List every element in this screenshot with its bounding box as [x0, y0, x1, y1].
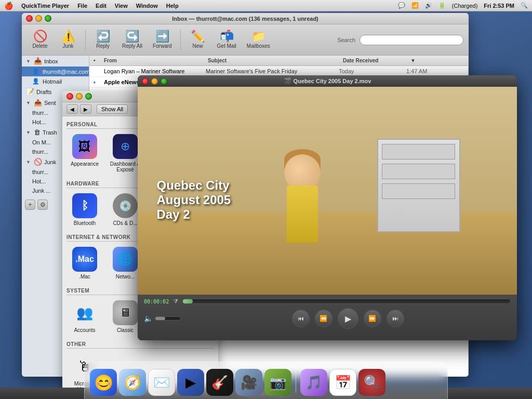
imovie-camera-icon: 🎥 — [241, 375, 257, 391]
quicktime-window: 🎬 Quebec City 2005 Day 2.mov Quebec City — [138, 75, 517, 340]
qt-volume-icon: 🔈 — [144, 314, 153, 323]
qt-fast-forward-button[interactable]: ⏩ — [364, 310, 381, 327]
dock-item-imovie[interactable]: 🎥 — [235, 369, 262, 396]
settings-button[interactable]: ⚙ — [37, 200, 48, 210]
dock-item-spotlight[interactable]: 🔍 — [358, 369, 385, 396]
mail-dock-icon: ✉️ — [148, 369, 175, 396]
dock-item-ical[interactable]: 📅 — [329, 369, 356, 396]
dock-item-iphoto[interactable]: 📷 — [264, 369, 291, 396]
qt-to-end-button[interactable]: ⏭ — [387, 310, 404, 327]
ical-calendar-icon: 📅 — [335, 375, 351, 391]
qt-play-button[interactable]: ▶ — [338, 308, 358, 329]
qt-dock-icon: ▶ — [177, 369, 204, 396]
delete-button[interactable]: 🚫 Delete — [27, 29, 53, 51]
bluetooth-icon-graphic: ᛒ — [72, 193, 97, 218]
sysprefs-bluetooth[interactable]: ᛒ Bluetooth — [66, 191, 103, 228]
mail-minimize-button[interactable] — [35, 15, 42, 22]
col-header-subject[interactable]: Subject — [204, 57, 339, 64]
junk-icon: ⚠️ — [61, 31, 75, 42]
qt-volume-control: 🔈 — [144, 314, 181, 323]
thurrott-icon: 👤 — [32, 68, 39, 75]
junk-button[interactable]: ⚠️ Junk — [55, 29, 81, 51]
qt-rewind-button[interactable]: ⏪ — [315, 310, 332, 327]
menu-spotlight-icon[interactable]: 🔍 — [521, 2, 528, 9]
search-input[interactable] — [360, 35, 463, 45]
col-header-dot[interactable]: • — [89, 57, 100, 64]
mailboxes-button[interactable]: 📁 Mailboxes — [243, 29, 274, 51]
qt-minimize-button[interactable] — [151, 78, 158, 85]
reply-all-button[interactable]: ↪️ Reply All — [118, 29, 147, 51]
menu-view[interactable]: View — [115, 3, 128, 9]
sent-triangle: ▼ — [26, 100, 31, 105]
menu-file[interactable]: File — [77, 3, 87, 9]
sysprefs-maximize-button[interactable] — [85, 93, 92, 100]
qt-volume-track[interactable] — [155, 316, 181, 321]
qt-close-button[interactable] — [142, 78, 149, 85]
drafts-label: Drafts — [36, 89, 51, 95]
new-button[interactable]: ✏️ New — [185, 29, 211, 51]
sysprefs-window-controls — [66, 93, 92, 100]
sidebar-item-hotmail[interactable]: 👤 Hotmail — [22, 76, 89, 86]
sent-thurr-label: thurr... — [32, 110, 48, 116]
mail-list-header: • From Subject Date Received ▼ — [89, 56, 468, 66]
col-header-from[interactable]: From — [100, 57, 204, 64]
mailboxes-icon: 📁 — [251, 31, 265, 42]
appearance-label: Appearance — [71, 161, 99, 167]
dock-item-finder[interactable]: 😊 — [90, 369, 117, 396]
menu-edit[interactable]: Edit — [96, 3, 107, 9]
show-all-button[interactable]: Show All — [97, 104, 128, 114]
dock-item-itunes[interactable]: 🎵 — [300, 369, 327, 396]
menu-window[interactable]: Window — [136, 3, 158, 9]
network-icon-graphic: 🌐 — [113, 247, 138, 272]
reply-button[interactable]: ↩️ Reply — [90, 29, 116, 51]
dock-item-mail[interactable]: ✉️ — [148, 369, 175, 396]
ical-icon: 📅 — [329, 369, 356, 396]
qt-to-start-button[interactable]: ⏮ — [292, 310, 310, 327]
sidebar-item-inbox[interactable]: ▼ 📥 Inbox — [22, 56, 89, 66]
forward-button[interactable]: ➡️ Forward — [149, 29, 176, 51]
safari-icon: 🧭 — [119, 369, 146, 396]
dock-item-safari[interactable]: 🧭 — [119, 369, 146, 396]
sysprefs-minimize-button[interactable] — [76, 93, 83, 100]
delete-icon: 🚫 — [33, 31, 47, 42]
junk-icon: 🚫 — [34, 158, 42, 166]
mail-window-title: Inbox — thurrott@mac.com (136 messages, … — [172, 16, 318, 22]
mail-maximize-button[interactable] — [45, 15, 51, 22]
sysprefs-accounts[interactable]: 👥 Accounts — [66, 298, 103, 335]
dock-item-garageband[interactable]: 🎸 — [206, 369, 233, 396]
search-label: Search — [337, 37, 355, 43]
junk-label: Junk — [44, 159, 56, 165]
apple-menu[interactable]: 🍎 — [4, 2, 13, 10]
inbox-triangle: ▼ — [26, 59, 31, 64]
mail-window-controls — [26, 15, 51, 22]
classic-label: Classic — [117, 327, 134, 333]
qt-playback-controls: ⏮ ⏪ ▶ ⏩ ⏭ — [185, 308, 511, 329]
dock-item-qt[interactable]: ▶ — [177, 369, 204, 396]
get-mail-button[interactable]: 📬 Get Mail — [213, 29, 241, 51]
sysprefs-appearance[interactable]: Appearance — [66, 132, 103, 175]
trash-label: Trash — [43, 129, 57, 136]
get-mail-icon: 📬 — [220, 31, 234, 42]
sysprefs-dotmac[interactable]: .Mac .Mac — [66, 245, 103, 282]
msg1-subject: Mariner Software's Five Pack Friday — [204, 68, 339, 74]
col-header-date[interactable]: Date Received — [339, 57, 406, 64]
appearance-icon — [72, 134, 97, 159]
qt-progress-track[interactable] — [182, 299, 511, 304]
qt-time-display: 00:00:02 — [144, 299, 169, 304]
col-header-sort[interactable]: ▼ — [406, 57, 420, 64]
mail-close-button[interactable] — [26, 15, 33, 22]
add-mailbox-button[interactable]: + — [25, 200, 35, 210]
finder-face-icon: 😊 — [94, 374, 113, 392]
sysprefs-back-button[interactable]: ◀ — [66, 104, 78, 114]
sidebar-item-thurrott[interactable]: 👤 thurrott@mac.com 1 — [22, 66, 89, 76]
sent-hot-label: Hot... — [32, 119, 46, 125]
sysprefs-forward-button[interactable]: ▶ — [80, 104, 91, 114]
other-section-title: Other — [66, 341, 214, 349]
menu-help[interactable]: Help — [166, 3, 179, 9]
sysprefs-close-button[interactable] — [66, 93, 73, 100]
dock: 😊 🧭 ✉️ ▶ 🎸 🎥 📷 🎵 — [84, 362, 448, 399]
junk-sub-label: Junk ... — [32, 188, 50, 194]
qt-maximize-button[interactable] — [161, 78, 167, 85]
qt-child-figure — [282, 159, 323, 243]
app-name[interactable]: QuickTime Player — [21, 3, 69, 9]
